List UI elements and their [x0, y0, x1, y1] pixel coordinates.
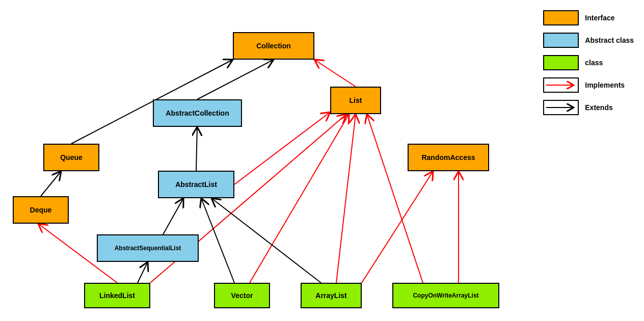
- legend-abstract-box: [543, 33, 579, 48]
- node-abstract-list: AbstractList: [158, 171, 234, 198]
- svg-line-4: [196, 127, 197, 171]
- svg-line-12: [201, 198, 234, 283]
- node-deque: Deque: [13, 196, 69, 224]
- legend-interface-box: [543, 10, 579, 25]
- node-random-access: RandomAccess: [408, 144, 489, 171]
- node-abstract-sequential-list: AbstractSequentialList: [97, 234, 199, 262]
- svg-line-6: [163, 198, 183, 234]
- legend-implements-arrow: [543, 77, 579, 93]
- node-list: List: [330, 87, 381, 114]
- svg-line-5: [234, 112, 330, 184]
- diagram-container: Collection List RandomAccess Queue Deque…: [0, 0, 644, 321]
- svg-line-14: [211, 198, 321, 283]
- node-copy-on-write-array-list: CopyOnWriteArrayList: [392, 283, 499, 308]
- svg-line-13: [250, 114, 349, 283]
- node-vector: Vector: [214, 283, 270, 308]
- svg-line-3: [314, 60, 356, 87]
- legend-extends-arrow: [543, 100, 579, 115]
- node-linked-list: LinkedList: [84, 283, 150, 308]
- svg-line-2: [197, 60, 274, 99]
- node-collection: Collection: [233, 32, 314, 60]
- legend-class-box: [543, 55, 579, 70]
- node-array-list: ArrayList: [301, 283, 362, 308]
- svg-line-16: [362, 171, 433, 283]
- svg-line-15: [336, 114, 356, 283]
- legend: Interface Abstract class class: [543, 10, 634, 115]
- node-abstract-collection: AbstractCollection: [153, 99, 242, 127]
- svg-line-8: [41, 171, 61, 196]
- legend-implements: Implements: [543, 77, 634, 93]
- legend-interface: Interface: [543, 10, 634, 25]
- legend-abstract: Abstract class: [543, 33, 634, 48]
- legend-extends: Extends: [543, 100, 634, 115]
- svg-line-17: [367, 114, 423, 283]
- legend-class: class: [543, 55, 634, 70]
- node-queue: Queue: [43, 144, 99, 171]
- svg-line-10: [138, 262, 148, 283]
